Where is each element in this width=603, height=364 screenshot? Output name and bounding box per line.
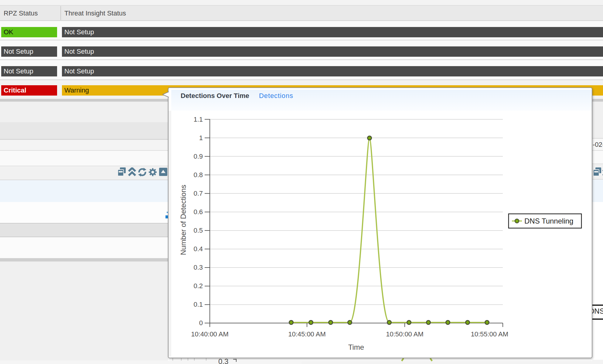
svg-text:10:50:00 AM: 10:50:00 AM [386,330,424,338]
svg-text:1.1: 1.1 [193,116,203,123]
svg-text:0: 0 [199,319,203,327]
svg-text:0.5: 0.5 [193,227,203,234]
svg-text:DNS Tunneling: DNS Tunneling [524,217,573,225]
svg-text:0.6: 0.6 [193,208,203,216]
svg-text:10:45:00 AM: 10:45:00 AM [288,330,326,338]
svg-text:0.2: 0.2 [193,282,203,290]
svg-text:10:55:00 AM: 10:55:00 AM [471,330,508,338]
svg-text:Number of Detections: Number of Detections [179,185,187,255]
svg-text:Time: Time [348,343,364,351]
svg-text:10:40:00 AM: 10:40:00 AM [191,330,229,338]
svg-text:0.7: 0.7 [193,190,203,197]
svg-text:0.3: 0.3 [193,264,203,271]
svg-text:1: 1 [199,134,203,142]
svg-text:0.4: 0.4 [193,245,203,253]
svg-text:0.8: 0.8 [193,171,203,179]
svg-text:0.9: 0.9 [193,153,203,160]
svg-text:0.1: 0.1 [193,301,203,308]
